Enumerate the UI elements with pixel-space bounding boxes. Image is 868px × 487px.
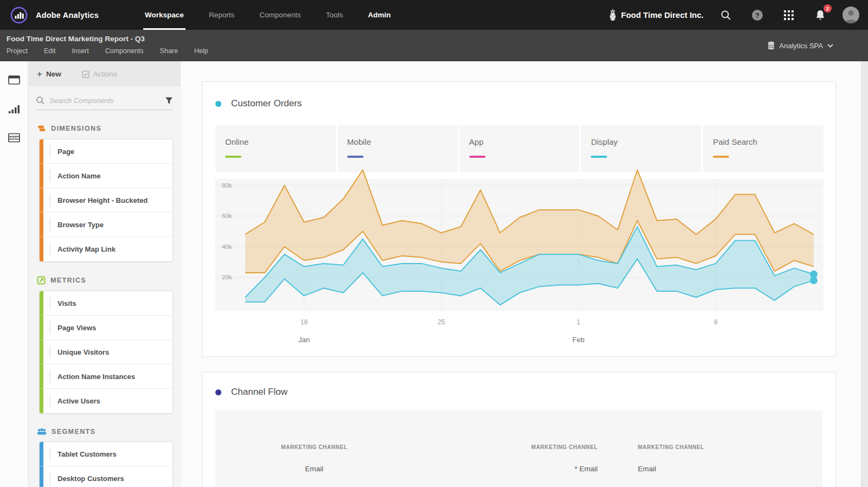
menu-item[interactable]: Share: [160, 47, 178, 55]
drag-handle-icon: [49, 395, 50, 407]
panels-icon[interactable]: [7, 73, 21, 87]
metric-item[interactable]: Active Users: [40, 389, 173, 413]
app-grid-icon[interactable]: [780, 6, 798, 24]
panel-color-dot: [215, 101, 221, 107]
x-tick-label: 18: [301, 318, 308, 326]
drag-handle-icon: [49, 346, 50, 358]
menu-item[interactable]: Project: [7, 47, 28, 55]
report-suite-name: Analytics SPA: [779, 42, 823, 50]
sidebar-section-metrics: METRICS Visits Page Views: [36, 276, 173, 414]
org-name: Food Time Direct Inc.: [621, 10, 704, 20]
section-title: METRICS: [50, 277, 86, 284]
metrics-icon: [37, 276, 46, 285]
x-axis-months: JanFeb: [215, 329, 824, 348]
svg-text:?: ?: [755, 11, 760, 19]
metric-item[interactable]: Unique Visitors: [40, 340, 173, 364]
customer-orders-panel: Customer Orders Online Mobile: [202, 81, 836, 357]
brand-title: Adobe Analytics: [36, 11, 99, 20]
new-button[interactable]: + New: [37, 69, 61, 79]
segment-item[interactable]: Desktop Customers: [40, 466, 173, 487]
legend-item[interactable]: App: [459, 125, 580, 172]
flow-column: MARKETING CHANNEL Email: [215, 444, 413, 487]
menu-item[interactable]: Insert: [72, 47, 88, 55]
panel-color-dot: [215, 389, 221, 395]
legend-color-swatch: [225, 156, 241, 158]
menu-item[interactable]: Edit: [44, 47, 56, 55]
checkbox-icon: [82, 71, 90, 78]
dimension-item[interactable]: Browser Height - Bucketed: [40, 188, 173, 213]
project-title: Food Time Direct Marketing Report - Q3: [7, 35, 868, 43]
menu-item[interactable]: Help: [194, 47, 208, 55]
report-suite-selector[interactable]: Analytics SPA: [768, 41, 833, 50]
legend-item[interactable]: Paid Search: [703, 125, 824, 172]
x-axis-ticks: 182518: [215, 314, 824, 329]
dimension-item[interactable]: Page: [40, 139, 173, 164]
menu-item[interactable]: Components: [105, 47, 144, 55]
dimension-item[interactable]: Browser Type: [40, 213, 173, 237]
nav-item[interactable]: Reports: [196, 0, 247, 30]
dimension-item[interactable]: Action Name: [40, 164, 173, 188]
legend-color-swatch: [591, 156, 607, 158]
help-icon[interactable]: ?: [748, 6, 767, 24]
nav-item[interactable]: Admin: [355, 0, 403, 30]
x-month-label: Feb: [572, 336, 584, 344]
metric-item[interactable]: Page Views: [40, 316, 173, 340]
section-title: DIMENSIONS: [51, 125, 101, 132]
table-icon[interactable]: [7, 131, 21, 145]
vertical-scrollbar[interactable]: [861, 61, 868, 487]
visualizations-icon[interactable]: [7, 102, 21, 116]
actions-button[interactable]: Actions: [82, 70, 117, 78]
org-switcher[interactable]: Food Time Direct Inc.: [609, 9, 704, 22]
nav-item[interactable]: Components: [247, 0, 314, 30]
database-icon: [768, 41, 775, 50]
plus-icon: +: [37, 69, 42, 79]
segments-icon: [37, 428, 47, 435]
pineapple-icon: [609, 9, 617, 22]
drag-handle-icon: [49, 448, 50, 460]
metric-item[interactable]: Action Name Instances: [40, 364, 173, 389]
legend-color-swatch: [713, 156, 729, 158]
drag-handle-icon: [49, 244, 50, 255]
search-components-input[interactable]: [49, 97, 165, 105]
workspace-canvas: Customer Orders Online Mobile: [181, 61, 868, 487]
dimension-item[interactable]: Activity Map Link: [40, 237, 173, 261]
top-app-bar: Adobe Analytics Workspace Reports Compon…: [0, 0, 868, 30]
x-tick-label: 25: [438, 318, 445, 326]
flow-node[interactable]: Email: [228, 465, 400, 473]
legend-item[interactable]: Display: [581, 125, 701, 172]
project-menubar: Food Time Direct Marketing Report - Q3 P…: [0, 30, 868, 61]
panel-title: Channel Flow: [231, 387, 288, 398]
components-sidebar: + New Actions DIMENSIONS: [28, 61, 181, 487]
x-tick-label: 8: [714, 318, 718, 326]
search-icon[interactable]: [717, 6, 735, 24]
drag-handle-icon: [49, 170, 50, 182]
drag-handle-icon: [49, 297, 50, 309]
drag-handle-icon: [49, 322, 50, 334]
plot-area: [215, 179, 824, 311]
nav-item[interactable]: Tools: [314, 0, 356, 30]
drag-handle-icon: [49, 370, 50, 382]
filter-funnel-icon[interactable]: [165, 97, 173, 105]
legend-color-swatch: [469, 156, 486, 158]
adobe-analytics-logo-icon[interactable]: [9, 5, 29, 25]
legend-item[interactable]: Mobile: [337, 125, 458, 172]
user-avatar[interactable]: [843, 7, 859, 23]
drag-handle-icon: [49, 473, 50, 485]
drag-handle-icon: [49, 219, 50, 230]
project-menu: Project Edit Insert Components Share Hel…: [7, 47, 868, 55]
sidebar-section-dimensions: DIMENSIONS Page Action Name: [36, 124, 173, 262]
x-tick-label: 1: [577, 318, 580, 326]
flow-column-header: MARKETING CHANNEL: [638, 444, 809, 450]
flow-node[interactable]: * Email: [426, 465, 597, 473]
nav-item[interactable]: Workspace: [132, 0, 196, 30]
flow-column-header: MARKETING CHANNEL: [228, 444, 400, 450]
legend-item[interactable]: Online: [215, 125, 336, 172]
flow-node[interactable]: Email: [638, 465, 809, 473]
top-nav: Workspace Reports Components Tools Admin: [132, 0, 403, 30]
panel-title: Customer Orders: [231, 98, 302, 109]
metric-item[interactable]: Visits: [40, 291, 173, 316]
notifications-bell-icon[interactable]: 2: [811, 6, 829, 24]
segment-item[interactable]: Tablet Customers: [40, 442, 173, 466]
orders-chart[interactable]: Online Mobile App: [215, 125, 824, 348]
section-title: SEGMENTS: [52, 428, 95, 435]
